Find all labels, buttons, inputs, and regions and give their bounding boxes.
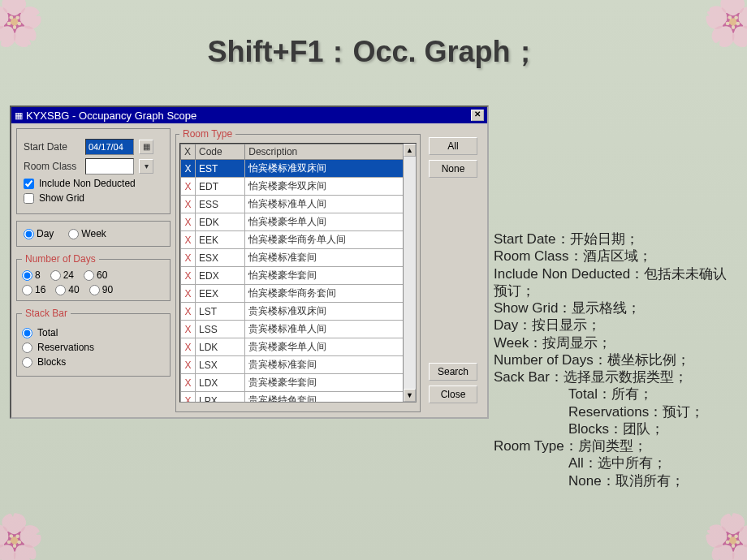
table-row[interactable]: XEEX怡宾楼豪华商务套间 <box>181 285 416 303</box>
explanation-line: Total：所有； <box>494 386 734 403</box>
cell-x: X <box>181 267 196 285</box>
cell-code: LSX <box>196 356 245 374</box>
blocks-radio[interactable] <box>22 357 32 368</box>
app-icon: ▦ <box>15 110 23 121</box>
cell-x: X <box>181 356 196 374</box>
close-button[interactable]: Close <box>429 386 477 403</box>
cell-desc: 怡宾楼标准单人间 <box>245 196 416 213</box>
table-row[interactable]: XEDX怡宾楼豪华套间 <box>181 267 416 285</box>
days-16-radio[interactable] <box>22 285 32 295</box>
show-grid-checkbox[interactable] <box>24 193 34 204</box>
number-of-days-legend: Number of Days <box>22 253 99 265</box>
scrollbar[interactable]: ▲ ▼ <box>403 144 416 402</box>
table-row[interactable]: XEDT怡宾楼豪华双床间 <box>181 178 416 196</box>
include-non-deducted-checkbox[interactable] <box>24 179 34 189</box>
explanation-line: Start Date：开始日期； <box>494 230 734 248</box>
table-row[interactable]: XLST贵宾楼标准双床间 <box>181 303 416 321</box>
days-8-radio[interactable] <box>22 270 32 281</box>
table-row[interactable]: XLSS贵宾楼标准单人间 <box>181 321 416 338</box>
room-type-group: Room Type X Code Description XEST怡宾楼标准双床… <box>175 128 421 412</box>
include-non-deducted-label: Include Non Deducted <box>39 178 136 189</box>
room-class-label: Room Class <box>24 161 80 172</box>
explanation-line: Include Non Deducted：包括未未确认预订； <box>494 265 734 300</box>
cell-desc: 怡宾楼标准套间 <box>245 249 416 267</box>
cell-desc: 怡宾楼标准双床间 <box>245 160 416 178</box>
cell-x: X <box>181 196 196 213</box>
start-date-input[interactable] <box>85 139 134 155</box>
cell-code: EDT <box>196 178 245 196</box>
cell-x: X <box>181 392 196 403</box>
table-row[interactable]: XLPX贵宾楼特色套间 <box>181 392 416 403</box>
reservations-radio[interactable] <box>22 342 32 353</box>
cell-desc: 怡宾楼豪华商务单人间 <box>245 231 416 249</box>
table-row[interactable]: XLSX贵宾楼标准套间 <box>181 356 416 374</box>
cell-x: X <box>181 249 196 267</box>
room-type-table: X Code Description XEST怡宾楼标准双床间XEDT怡宾楼豪华… <box>180 144 416 403</box>
close-icon[interactable]: ✕ <box>471 110 484 121</box>
days-24-radio[interactable] <box>50 270 61 281</box>
cell-code: EDX <box>196 267 245 285</box>
cell-desc: 贵宾楼标准单人间 <box>245 321 416 338</box>
table-row[interactable]: XEST怡宾楼标准双床间 <box>181 160 416 178</box>
all-button[interactable]: All <box>429 137 477 155</box>
days-40-radio[interactable] <box>55 285 66 295</box>
room-class-input[interactable] <box>85 158 134 174</box>
cell-x: X <box>181 213 196 231</box>
cell-desc: 怡宾楼豪华双床间 <box>245 178 416 196</box>
period-group: Day Week <box>16 221 171 247</box>
table-row[interactable]: XESS怡宾楼标准单人间 <box>181 196 416 213</box>
table-row[interactable]: XESX怡宾楼标准套间 <box>181 249 416 267</box>
days-90-radio[interactable] <box>89 285 100 295</box>
date-class-group: Start Date ▦ Room Class ▾ Include Non De… <box>16 128 171 214</box>
explanations-panel: Start Date：开始日期；Room Class：酒店区域；Include … <box>494 230 734 489</box>
explanation-line: Week：按周显示； <box>494 334 734 351</box>
cell-code: EST <box>196 160 245 178</box>
cell-code: ESS <box>196 196 245 213</box>
scroll-up-icon[interactable]: ▲ <box>404 144 416 157</box>
table-row[interactable]: XEEK怡宾楼豪华商务单人间 <box>181 231 416 249</box>
explanation-line: Room Type：房间类型； <box>494 437 734 454</box>
total-radio[interactable] <box>22 328 32 338</box>
room-type-table-container: X Code Description XEST怡宾楼标准双床间XEDT怡宾楼豪华… <box>179 143 417 403</box>
cell-desc: 贵宾楼标准双床间 <box>245 303 416 321</box>
search-button[interactable]: Search <box>429 363 477 381</box>
table-row[interactable]: XLDK贵宾楼豪华单人间 <box>181 338 416 356</box>
explanation-line: Room Class：酒店区域； <box>494 248 734 265</box>
dropdown-icon[interactable]: ▾ <box>139 159 153 174</box>
cell-code: LDX <box>196 374 245 392</box>
window-titlebar: ▦ KYXSBG - Occupancy Graph Scope ✕ <box>11 107 487 123</box>
explanation-line: Number of Days：横坐标比例； <box>494 351 734 368</box>
cell-code: LPX <box>196 392 245 403</box>
cell-desc: 怡宾楼豪华单人间 <box>245 213 416 231</box>
explanation-line: Reservations：预订； <box>494 403 734 420</box>
cell-x: X <box>181 303 196 321</box>
cell-x: X <box>181 160 196 178</box>
none-button[interactable]: None <box>429 160 477 178</box>
cell-desc: 贵宾楼豪华套间 <box>245 374 416 392</box>
slide-title: Shift+F1：Occ. Graph； <box>0 0 747 72</box>
cell-x: X <box>181 231 196 249</box>
cell-x: X <box>181 321 196 338</box>
cell-code: LDK <box>196 338 245 356</box>
cell-desc: 贵宾楼特色套间 <box>245 392 416 403</box>
table-row[interactable]: XLDX贵宾楼豪华套间 <box>181 374 416 392</box>
stack-bar-group: Stack Bar Total Reservations Blocks <box>16 308 171 377</box>
cell-code: EDK <box>196 213 245 231</box>
explanation-line: Day：按日显示； <box>494 317 734 334</box>
day-radio[interactable] <box>24 229 34 239</box>
table-row[interactable]: XEDK怡宾楼豪华单人间 <box>181 213 416 231</box>
explanation-line: Show Grid：显示格线； <box>494 299 734 317</box>
col-x: X <box>181 144 196 160</box>
explanation-line: Sack Bar：选择显示数据类型； <box>494 368 734 386</box>
window-title: KYXSBG - Occupancy Graph Scope <box>26 110 196 122</box>
show-grid-label: Show Grid <box>39 192 84 204</box>
scroll-down-icon[interactable]: ▼ <box>404 389 416 402</box>
cell-x: X <box>181 338 196 356</box>
days-60-radio[interactable] <box>84 270 94 281</box>
number-of-days-group: Number of Days 8 24 60 16 40 90 <box>16 253 171 301</box>
week-radio[interactable] <box>68 229 79 239</box>
col-desc: Description <box>245 144 416 160</box>
explanation-line: None：取消所有； <box>494 472 734 489</box>
calendar-icon[interactable]: ▦ <box>139 140 153 154</box>
cell-desc: 贵宾楼豪华单人间 <box>245 338 416 356</box>
